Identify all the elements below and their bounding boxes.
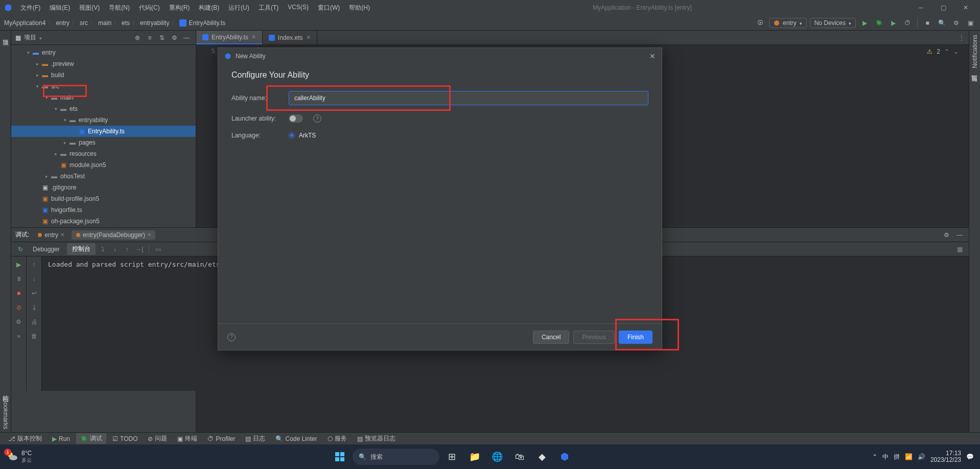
menu-view[interactable]: 视图(V)	[75, 2, 104, 14]
crumb-3[interactable]: main	[98, 19, 111, 27]
close-icon[interactable]: ✕	[147, 232, 151, 238]
layout-icon[interactable]: ▦	[954, 244, 965, 254]
debug-button[interactable]: 🪲	[873, 17, 884, 29]
code-inspection-status[interactable]: ⚠ 2 ⌃⌄	[927, 48, 959, 55]
btool-services[interactable]: ⬡服务	[323, 433, 351, 444]
editor-tab-index[interactable]: Index.ets ✕	[263, 31, 317, 44]
store-icon[interactable]: 🛍	[510, 447, 529, 466]
debug-settings-icon[interactable]: ⚙	[941, 230, 951, 240]
tree-preview[interactable]: ▬.preview	[11, 58, 196, 69]
taskbar-search[interactable]: 🔍 搜索	[353, 449, 439, 465]
menu-help[interactable]: 帮助(H)	[345, 2, 374, 14]
panel-settings-icon[interactable]: ⚙	[169, 33, 179, 43]
edge-icon[interactable]: 🌐	[487, 447, 507, 466]
wifi-icon[interactable]: 📶	[905, 453, 913, 460]
pause-icon[interactable]: ⏸	[14, 274, 24, 284]
debug-config-entry[interactable]: entry ✕	[33, 230, 68, 240]
explorer-icon[interactable]: 📁	[465, 447, 484, 466]
print-icon[interactable]: 🖨	[29, 317, 39, 327]
debugger-tab[interactable]: Debugger	[28, 244, 65, 254]
dialog-close-icon[interactable]: ✕	[649, 52, 656, 60]
menu-code[interactable]: 代码(C)	[135, 2, 164, 14]
tree-entry[interactable]: ▬entry	[11, 47, 196, 58]
gutter-project[interactable]: 项目	[0, 31, 11, 39]
crumb-0[interactable]: MyApplication4	[4, 19, 45, 27]
stop-icon[interactable]: ■	[14, 288, 24, 298]
tree-build[interactable]: ▬build	[11, 69, 196, 81]
run-to-cursor-icon[interactable]: →|	[134, 244, 145, 254]
step-over-icon[interactable]: ⤵	[98, 244, 108, 254]
profile-button[interactable]: ⏱	[902, 17, 913, 29]
btool-log[interactable]: ▤日志	[241, 433, 269, 444]
tree-module-json5[interactable]: ▣module.json5	[11, 159, 196, 171]
more-icon[interactable]: »	[14, 331, 24, 341]
tree-entryability[interactable]: ▬entryability	[11, 114, 196, 126]
editor-menu-icon[interactable]: ⋮	[959, 34, 965, 41]
menu-run[interactable]: 运行(U)	[224, 2, 253, 14]
ime-lang[interactable]: 中	[882, 453, 889, 461]
scroll-down-icon[interactable]: ↓	[29, 274, 39, 284]
btool-codelinter[interactable]: 🔍Code Linter	[271, 434, 321, 443]
search-icon[interactable]: 🔍	[936, 17, 947, 29]
select-opened-file-icon[interactable]: ⊕	[132, 33, 143, 43]
menu-navigate[interactable]: 导航(N)	[105, 2, 134, 14]
language-arkts-radio[interactable]	[289, 132, 295, 138]
resume-icon[interactable]: ▶	[14, 260, 24, 270]
ime-method[interactable]: 拼	[894, 453, 900, 461]
close-icon[interactable]: ✕	[60, 232, 64, 238]
soft-wrap-icon[interactable]: ↩	[29, 288, 39, 298]
menu-file[interactable]: 文件(F)	[16, 2, 44, 14]
expand-all-icon[interactable]: ≡	[145, 33, 155, 43]
btool-version[interactable]: ⎇版本控制	[4, 433, 46, 444]
minimize-button[interactable]: ─	[911, 1, 931, 15]
tree-pages[interactable]: ▬pages	[11, 137, 196, 148]
crumb-2[interactable]: src	[80, 19, 88, 27]
device-dropdown[interactable]: No Devices	[810, 18, 856, 28]
menu-tools[interactable]: 工具(T)	[254, 2, 283, 14]
tree-resources[interactable]: ▬resources	[11, 148, 196, 159]
step-into-icon[interactable]: ↓	[110, 244, 120, 254]
tree-build-profile[interactable]: ▣build-profile.json5	[11, 193, 196, 204]
crumb-4[interactable]: ets	[122, 19, 130, 27]
btool-problems[interactable]: ⊘问题	[144, 433, 171, 444]
tree-hvigorfile[interactable]: ▣hvigorfile.ts	[11, 204, 196, 216]
crumb-file[interactable]: EntryAbility.ts	[179, 19, 225, 27]
tree-gitignore[interactable]: ▣.gitignore	[11, 182, 196, 193]
close-window-button[interactable]: ✕	[955, 1, 976, 15]
task-view-icon[interactable]: ⊞	[442, 447, 462, 466]
run-button[interactable]: ▶	[859, 17, 870, 29]
menu-edit[interactable]: 编辑(E)	[45, 2, 74, 14]
sync-icon[interactable]: ⦿	[755, 17, 766, 29]
tree-main[interactable]: ▬main	[11, 92, 196, 103]
stop-button[interactable]: ■	[922, 17, 933, 29]
scroll-end-icon[interactable]: ⤓	[29, 302, 39, 313]
hide-panel-icon[interactable]: —	[181, 33, 192, 43]
menu-build[interactable]: 构建(B)	[195, 2, 223, 14]
hide-debug-icon[interactable]: —	[954, 230, 965, 240]
rerun-icon[interactable]: ↻	[15, 244, 26, 254]
tree-oh-package[interactable]: ▣oh-package.json5	[11, 216, 196, 227]
collapse-all-icon[interactable]: ⇅	[157, 33, 167, 43]
ability-name-input[interactable]	[289, 91, 648, 105]
btool-previewer-log[interactable]: ▤预览器日志	[353, 433, 400, 444]
gutter-bookmarks[interactable]: Bookmarks	[1, 394, 10, 433]
close-tab-icon[interactable]: ✕	[306, 34, 311, 41]
weather-widget[interactable]: 1 8°C 多云	[6, 450, 32, 464]
tray-clock[interactable]: 17:13 2023/12/23	[930, 450, 961, 463]
vs-icon[interactable]: ◆	[532, 447, 552, 466]
clear-icon[interactable]: 🗑	[29, 331, 39, 341]
btool-profiler[interactable]: ⏱Profiler	[203, 434, 239, 443]
step-out-icon[interactable]: ↑	[122, 244, 132, 254]
tree-ohostest[interactable]: ▬ohosTest	[11, 171, 196, 182]
volume-icon[interactable]: 🔊	[918, 453, 925, 460]
gutter-structure[interactable]: 结构	[0, 386, 11, 394]
launcher-ability-toggle[interactable]	[289, 114, 303, 123]
btool-terminal[interactable]: ▣终端	[173, 433, 201, 444]
btool-todo[interactable]: ☑TODO	[108, 434, 142, 443]
btool-run[interactable]: ▶Run	[48, 434, 74, 443]
evaluate-icon[interactable]: ▭	[153, 244, 164, 254]
run-config-dropdown[interactable]: entry	[769, 18, 807, 28]
menu-refactor[interactable]: 重构(R)	[165, 2, 194, 14]
view-breakpoints-icon[interactable]: ⚙	[14, 317, 24, 327]
tray-chevron-icon[interactable]: ⌃	[872, 453, 877, 460]
